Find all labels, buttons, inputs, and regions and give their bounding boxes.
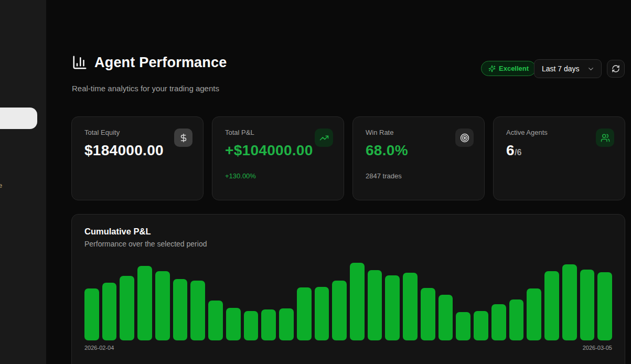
- sidebar-active-item[interactable]: [0, 108, 37, 129]
- chart-bar: [509, 299, 524, 340]
- target-icon: [455, 129, 474, 147]
- stat-card-total-equity: Total Equity $184000.00: [71, 116, 204, 200]
- chart-x-axis: 2026-02-04 2026-03-05: [84, 345, 612, 351]
- stat-subtext: +130.00%: [225, 172, 333, 180]
- sidebar: e: [0, 0, 46, 364]
- stat-card-active-agents: Active Agents 6/6: [493, 116, 625, 200]
- status-badge: Excellent: [481, 61, 536, 76]
- chart-bar: [190, 281, 205, 340]
- trending-up-icon: [315, 129, 333, 147]
- dollar-icon: [174, 129, 192, 147]
- stat-subtext: 2847 trades: [366, 172, 474, 180]
- bar-chart: [84, 258, 612, 340]
- stat-card-win-rate: Win Rate 68.0% 2847 trades: [352, 116, 485, 200]
- chart-bar: [137, 266, 152, 340]
- status-badge-label: Excellent: [499, 65, 529, 72]
- chevron-down-icon: [587, 65, 595, 73]
- chart-bar: [297, 287, 312, 340]
- period-select[interactable]: Last 7 days: [534, 59, 602, 78]
- chart-bar: [403, 273, 418, 340]
- page-subtitle: Real-time analytics for your trading age…: [72, 84, 219, 93]
- chart-bar: [474, 311, 488, 340]
- chart-bar: [102, 283, 117, 340]
- chart-bar: [155, 271, 170, 340]
- chart-bar: [580, 270, 595, 340]
- refresh-button[interactable]: [607, 60, 625, 78]
- chart-bar: [226, 308, 241, 340]
- refresh-icon: [612, 65, 620, 73]
- chart-bar: [421, 288, 435, 340]
- chart-subtitle: Performance over the selected period: [84, 240, 207, 248]
- page-title: Agent Performance: [94, 55, 227, 71]
- chart-bar: [279, 308, 294, 340]
- chart-bar: [332, 281, 347, 340]
- chart-bar: [173, 279, 188, 340]
- chart-bar: [597, 272, 612, 340]
- chart-bar: [261, 309, 276, 340]
- period-select-value: Last 7 days: [542, 65, 580, 73]
- cumulative-pnl-card: Cumulative P&L Performance over the sele…: [71, 214, 625, 364]
- chart-bar: [439, 295, 453, 340]
- chart-bar: [84, 288, 99, 340]
- chart-bar: [208, 301, 223, 340]
- chart-bar: [350, 263, 365, 340]
- chart-bar: [120, 276, 134, 340]
- chart-start-date: 2026-02-04: [84, 345, 114, 351]
- chart-title: Cumulative P&L: [84, 227, 151, 237]
- stat-value-suffix: /6: [515, 148, 522, 157]
- chart-bar: [456, 312, 470, 340]
- chart-end-date: 2026-03-05: [583, 345, 612, 351]
- chart-bar: [368, 270, 382, 340]
- chart-bar: [491, 304, 506, 340]
- chart-bar: [385, 275, 400, 340]
- stat-card-total-pnl: Total P&L +$104000.00 +130.00%: [212, 116, 344, 200]
- chart-bar: [544, 271, 559, 340]
- chart-bar: [244, 311, 259, 340]
- sparkles-icon: [488, 65, 496, 72]
- chart-bar: [315, 287, 329, 340]
- chart-bar: [527, 288, 541, 340]
- chart-bar: [562, 264, 577, 340]
- bar-chart-icon: [72, 55, 88, 70]
- users-icon: [596, 129, 614, 147]
- sidebar-partial-label: e: [0, 181, 2, 189]
